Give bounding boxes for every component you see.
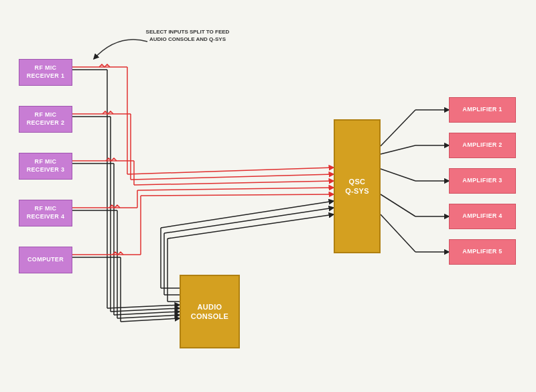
- svg-line-43: [381, 169, 415, 181]
- annotation-text: SELECT INPUTS SPLIT TO FEED AUDIO CONSOL…: [127, 28, 248, 43]
- amplifier-4: AMPLIFIER 4: [449, 204, 516, 229]
- svg-line-32: [161, 201, 334, 228]
- svg-line-5: [127, 168, 334, 174]
- svg-line-29: [141, 194, 334, 196]
- svg-line-39: [381, 110, 415, 146]
- svg-line-35: [164, 208, 334, 233]
- amplifier-5: AMPLIFIER 5: [449, 239, 516, 265]
- amplifier-2: AMPLIFIER 2: [449, 133, 516, 158]
- qsc-qsys-box: QSCQ-SYS: [334, 119, 381, 253]
- svg-line-2: [107, 305, 180, 308]
- svg-line-23: [137, 188, 334, 190]
- svg-line-41: [381, 145, 415, 154]
- svg-line-14: [114, 312, 180, 315]
- rf-mic-receiver-3: RF MICRECEIVER 3: [19, 153, 72, 180]
- computer-box: COMPUTER: [19, 247, 72, 273]
- rf-mic-receiver-2: RF MICRECEIVER 2: [19, 106, 72, 133]
- svg-line-26: [121, 318, 180, 322]
- svg-line-11: [131, 174, 334, 180]
- svg-line-47: [381, 214, 415, 252]
- audio-console-box: AUDIOCONSOLE: [180, 275, 240, 348]
- rf-mic-receiver-4: RF MICRECEIVER 4: [19, 200, 72, 226]
- svg-line-20: [117, 315, 180, 318]
- svg-line-38: [168, 214, 334, 239]
- amplifier-3: AMPLIFIER 3: [449, 168, 516, 194]
- amplifier-1: AMPLIFIER 1: [449, 97, 516, 123]
- rf-mic-receiver-1: RF MICRECEIVER 1: [19, 59, 72, 86]
- svg-line-17: [134, 181, 334, 185]
- svg-line-45: [381, 194, 415, 216]
